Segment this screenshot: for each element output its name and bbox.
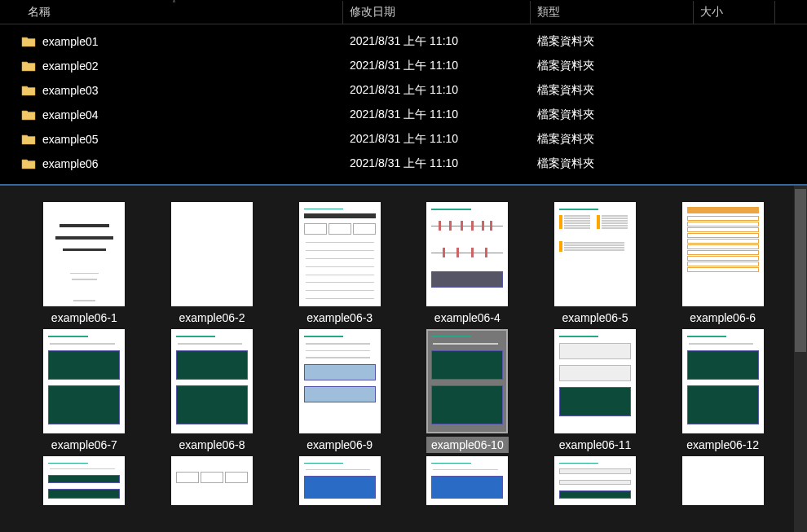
folder-details-pane: 名稱 ˄ 修改日期 類型 大小 example01 2021/8/31 上午 1…	[0, 0, 807, 185]
thumbnail-preview	[299, 202, 381, 306]
header-date[interactable]: 修改日期	[343, 1, 531, 24]
folder-name: example01	[42, 35, 99, 48]
sort-ascending-icon: ˄	[172, 0, 176, 8]
folder-icon	[21, 158, 36, 169]
thumbnail-label: example06-9	[302, 437, 377, 453]
thumbnail-preview	[171, 456, 253, 505]
folder-date: 2021/8/31 上午 11:10	[343, 156, 531, 171]
thumbnail-label: example06-10	[426, 437, 509, 453]
thumbnail-preview	[554, 202, 636, 306]
column-headers: 名稱 ˄ 修改日期 類型 大小	[0, 0, 807, 24]
folder-type: 檔案資料夾	[531, 59, 694, 73]
folder-icon	[21, 85, 36, 96]
thumbnail-item[interactable]	[280, 456, 399, 508]
folder-name: example04	[42, 108, 99, 121]
thumbnail-preview	[171, 202, 253, 306]
thumbnail-label: example06-8	[174, 437, 250, 453]
thumbnail-label: example06-7	[46, 437, 122, 453]
folder-list: example01 2021/8/31 上午 11:10 檔案資料夾 examp…	[0, 24, 807, 184]
thumbnail-item[interactable]	[536, 456, 655, 508]
folder-icon	[21, 60, 36, 72]
thumbnail-item[interactable]	[408, 456, 527, 508]
header-name-label: 名稱	[28, 5, 51, 18]
thumbnail-label: example06-3	[302, 310, 377, 326]
thumbnail-item[interactable]: example06-7	[24, 329, 144, 453]
thumbnail-grid: example06-1 example06-2 example06-3 exam…	[0, 186, 807, 517]
thumbnail-label: example06-11	[554, 437, 637, 453]
thumbnail-label: example06-4	[430, 310, 505, 326]
folder-date: 2021/8/31 上午 11:10	[343, 59, 531, 73]
folder-row[interactable]: example03 2021/8/31 上午 11:10 檔案資料夾	[0, 78, 807, 103]
thumbnail-preview	[682, 456, 764, 505]
thumbnail-item[interactable]: example06-10	[408, 329, 527, 453]
thumbnail-preview	[43, 202, 125, 306]
folder-type: 檔案資料夾	[531, 34, 694, 49]
folder-row[interactable]: example04 2021/8/31 上午 11:10 檔案資料夾	[0, 103, 807, 127]
thumbnail-preview	[426, 456, 508, 505]
folder-name: example03	[42, 84, 99, 97]
folder-icon	[21, 134, 36, 145]
folder-row[interactable]: example06 2021/8/31 上午 11:10 檔案資料夾	[0, 152, 807, 176]
thumbnail-item[interactable]: example06-12	[663, 329, 783, 453]
folder-name: example02	[42, 59, 99, 73]
thumbnail-item[interactable]: example06-2	[152, 202, 272, 326]
thumbnail-preview	[426, 329, 508, 433]
thumbnail-preview	[299, 329, 381, 433]
folder-date: 2021/8/31 上午 11:10	[343, 34, 531, 49]
thumbnail-label: example06-12	[681, 437, 764, 453]
folder-icon	[21, 36, 36, 47]
folder-type: 檔案資料夾	[531, 108, 694, 122]
header-size-label: 大小	[700, 5, 723, 18]
thumbnail-preview-pane: example06-1 example06-2 example06-3 exam…	[0, 185, 807, 532]
thumbnail-preview	[554, 329, 636, 433]
header-date-label: 修改日期	[350, 5, 395, 18]
thumbnail-preview	[682, 202, 764, 306]
folder-type: 檔案資料夾	[531, 156, 694, 171]
thumbnail-item[interactable]: example06-3	[280, 202, 399, 326]
thumbnail-item[interactable]: example06-1	[24, 202, 144, 326]
thumbnail-item[interactable]	[24, 456, 144, 508]
thumbnail-item[interactable]	[152, 456, 272, 508]
thumbnail-preview	[299, 456, 381, 505]
thumbnail-label: example06-6	[685, 310, 761, 326]
folder-date: 2021/8/31 上午 11:10	[343, 83, 531, 98]
folder-name: example06	[42, 157, 99, 170]
thumbnail-item[interactable]: example06-6	[663, 202, 783, 326]
thumbnail-item[interactable]: example06-8	[152, 329, 272, 453]
thumbnail-label: example06-2	[174, 310, 250, 326]
folder-type: 檔案資料夾	[531, 83, 694, 98]
thumbnail-preview	[426, 202, 508, 306]
thumbnail-preview	[43, 456, 125, 505]
folder-row[interactable]: example05 2021/8/31 上午 11:10 檔案資料夾	[0, 127, 807, 152]
scrollbar-thumb[interactable]	[795, 189, 806, 352]
folder-name: example05	[42, 133, 99, 146]
thumbnail-item[interactable]	[663, 456, 783, 508]
header-type-label: 類型	[537, 5, 560, 18]
header-name[interactable]: 名稱 ˄	[21, 1, 343, 24]
header-size[interactable]: 大小	[694, 1, 775, 24]
folder-type: 檔案資料夾	[531, 132, 694, 147]
thumbnail-item[interactable]: example06-11	[536, 329, 655, 453]
scrollbar-vertical[interactable]	[794, 186, 807, 532]
folder-icon	[21, 109, 36, 121]
thumbnail-preview	[682, 329, 764, 433]
folder-date: 2021/8/31 上午 11:10	[343, 132, 531, 147]
thumbnail-preview	[554, 456, 636, 505]
thumbnail-label: example06-5	[558, 310, 633, 326]
thumbnail-item[interactable]: example06-5	[536, 202, 655, 326]
thumbnail-item[interactable]: example06-9	[280, 329, 399, 453]
folder-row[interactable]: example01 2021/8/31 上午 11:10 檔案資料夾	[0, 29, 807, 54]
thumbnail-preview	[43, 329, 125, 433]
folder-date: 2021/8/31 上午 11:10	[343, 108, 531, 122]
thumbnail-preview	[171, 329, 253, 433]
thumbnail-label: example06-1	[46, 310, 122, 326]
folder-row[interactable]: example02 2021/8/31 上午 11:10 檔案資料夾	[0, 54, 807, 78]
header-type[interactable]: 類型	[531, 1, 694, 24]
thumbnail-item[interactable]: example06-4	[408, 202, 527, 326]
